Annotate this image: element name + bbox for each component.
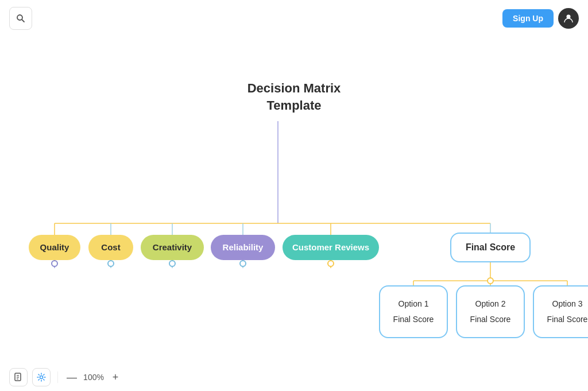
- zoom-controls: — 100% +: [65, 370, 122, 384]
- zoom-level-display: 100%: [82, 373, 105, 382]
- svg-point-21: [488, 278, 493, 284]
- cost-node[interactable]: Cost: [88, 235, 133, 260]
- diagram: Decision Matrix Template: [18, 80, 570, 321]
- search-icon: [16, 14, 25, 23]
- creativity-connector-dot: [169, 260, 176, 267]
- zoom-in-button[interactable]: +: [109, 370, 122, 384]
- search-button[interactable]: [9, 7, 32, 30]
- cost-connector-dot: [107, 260, 114, 267]
- customer-reviews-node[interactable]: Customer Reviews: [283, 235, 379, 260]
- canvas: Decision Matrix Template: [0, 37, 588, 363]
- diagram-lines: [18, 80, 570, 321]
- gear-icon: [37, 373, 46, 382]
- header: Sign Up: [0, 0, 588, 37]
- sign-up-button[interactable]: Sign Up: [502, 9, 554, 28]
- header-right: Sign Up: [502, 8, 579, 29]
- quality-node[interactable]: Quality: [29, 235, 80, 260]
- svg-line-1: [22, 20, 24, 22]
- option1-card[interactable]: Option 1 Final Score: [379, 285, 448, 338]
- doc-button[interactable]: [9, 368, 28, 386]
- zoom-out-button[interactable]: —: [65, 370, 79, 384]
- reliability-connector-dot: [239, 260, 246, 267]
- option3-card[interactable]: Option 3 Final Score: [533, 285, 588, 338]
- svg-point-26: [40, 376, 43, 379]
- creativity-node[interactable]: Creativity: [141, 235, 204, 260]
- diagram-title: Decision Matrix Template: [247, 80, 341, 115]
- reliability-node[interactable]: Reliability: [211, 235, 275, 260]
- final-score-node[interactable]: Final Score: [450, 233, 531, 262]
- toolbar-separator: [57, 371, 58, 383]
- user-icon: [563, 13, 574, 24]
- option2-card[interactable]: Option 2 Final Score: [456, 285, 525, 338]
- customer-reviews-connector-dot: [327, 260, 334, 267]
- avatar-button[interactable]: [558, 8, 579, 29]
- settings-button[interactable]: [32, 368, 51, 386]
- bottom-toolbar: — 100% +: [0, 363, 588, 391]
- doc-icon: [14, 373, 23, 382]
- quality-connector-dot: [51, 260, 58, 267]
